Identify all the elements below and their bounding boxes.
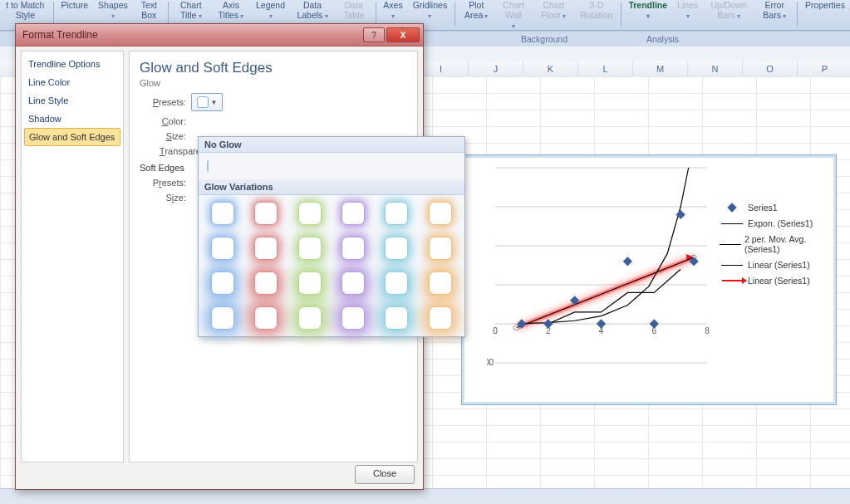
arrow-icon [722,280,742,281]
col-header[interactable]: N [688,61,743,76]
sheet-tabs[interactable] [0,488,850,504]
popup-header-variations: Glow Variations [199,179,464,195]
svg-text:8: 8 [705,326,710,335]
label-presets2: Presets: [140,178,186,188]
square-icon [197,96,209,108]
glow-variation-swatch[interactable] [385,306,408,330]
glow-variation-swatch[interactable] [298,202,322,225]
dialog-title: Format Trendline [22,29,98,41]
col-header[interactable]: O [743,61,798,76]
ribbon-cmd-datalabels[interactable]: Data Labels ▾ [290,0,335,22]
ribbon-cmd-plotarea[interactable]: Plot Area ▾ [458,0,495,22]
glow-variation-swatch[interactable] [211,202,234,225]
pane-heading: Glow and Soft Edges [140,60,407,76]
legend-linear[interactable]: Linear (Series1) [720,260,828,270]
legend-expon[interactable]: Expon. (Series1) [720,218,828,228]
ribbon-cmd-3drotation: 3-D Rotation [575,0,618,20]
dialog-nav: Trendline Options Line Color Line Style … [21,51,124,462]
nav-trendline-options[interactable]: Trendline Options [22,55,123,73]
svg-rect-19 [543,319,553,328]
nav-line-color[interactable]: Line Color [22,73,123,91]
ribbon-cmd-textbox[interactable]: Text Box [133,0,165,20]
dialog-help-button[interactable]: ? [363,27,385,42]
glow-variation-swatch[interactable] [254,306,278,330]
ribbon-cmd-matchstyle[interactable]: t to Match Style [0,0,51,20]
ribbon-cmd-chartwall: Chart Wall▾ [495,0,533,32]
glow-variation-swatch[interactable] [429,306,452,330]
col-header[interactable]: P [798,61,850,76]
ribbon-cmd-shapes[interactable]: Shapes▾ [93,0,133,22]
line-icon [721,223,743,224]
legend-mavg[interactable]: 2 per. Mov. Avg. (Series1) [720,234,828,254]
ribbon-cmd-axistitles[interactable]: Axis Titles ▾ [211,0,251,22]
ribbon-cmd-properties[interactable]: Properties [800,0,850,10]
glow-variation-swatch[interactable] [298,237,322,260]
glow-variation-swatch[interactable] [211,272,234,295]
ribbon-cmd-axes[interactable]: Axes▾ [378,0,407,22]
label-color: Color: [140,116,186,126]
glow-variation-swatch[interactable] [254,272,278,295]
glow-presets-popup: No Glow Glow Variations [198,136,465,337]
ribbon-cmd-trendline[interactable]: Trendline▾ [623,0,672,22]
glow-variation-swatch[interactable] [385,202,408,225]
svg-point-14 [514,325,519,330]
ribbon-cmd-updownbars: Up/Down Bars ▾ [703,0,754,22]
glow-variation-swatch[interactable] [211,237,234,260]
glow-variation-swatch[interactable] [341,202,365,225]
ribbon-cmd-gridlines[interactable]: Gridlines▾ [408,0,452,22]
glow-variation-swatch[interactable] [341,306,365,330]
nav-line-style[interactable]: Line Style [22,91,123,110]
col-header[interactable]: M [633,61,688,76]
legend-series1[interactable]: Series1 [720,203,828,213]
dialog-close-button[interactable]: Close [355,465,415,484]
glow-variation-swatch[interactable] [429,237,452,260]
glow-option-none[interactable] [207,160,209,172]
diamond-icon [727,203,736,212]
col-header[interactable]: J [469,61,523,76]
chart-legend[interactable]: Series1 Expon. (Series1) 2 per. Mov. Avg… [720,197,828,291]
embedded-chart[interactable]: 02468-500 Series1 Expon. (Series1) 2 per… [461,154,837,405]
nav-glow-softedges[interactable]: Glow and Soft Edges [24,128,120,146]
glow-variation-swatch[interactable] [298,306,322,330]
label-transparency: Transparen [140,146,206,156]
ribbon-cmd-lines: Lines▾ [672,0,703,22]
svg-rect-21 [597,319,606,328]
svg-text:-500: -500 [487,358,494,367]
dialog-titlebar[interactable]: Format Trendline ? X [16,24,423,46]
line-icon [721,265,743,266]
svg-text:0: 0 [493,326,498,335]
legend-linear-glow[interactable]: Linear (Series1) [720,276,828,286]
glow-variation-swatch[interactable] [341,237,365,260]
label-size2: Size: [140,193,186,203]
dialog-close-x[interactable]: X [386,27,420,42]
glow-variation-swatch[interactable] [298,272,322,295]
label-size: Size: [140,131,186,141]
ribbon-cmd-picture[interactable]: Picture [56,0,93,10]
glow-variation-swatch[interactable] [211,306,234,330]
glow-variation-swatch[interactable] [341,272,365,295]
ribbon-cmd-legend[interactable]: Legend▾ [251,0,290,22]
glow-variation-swatch[interactable] [254,237,278,260]
line-icon [720,244,741,245]
svg-line-17 [517,257,695,328]
svg-rect-22 [623,257,632,266]
chart-plot-area[interactable]: 02468-500 [487,164,711,379]
glow-variation-swatch[interactable] [385,272,408,295]
pane-sub-glow: Glow [140,78,407,88]
glow-variation-swatch[interactable] [429,202,452,225]
glow-variation-swatch[interactable] [429,272,452,295]
svg-rect-23 [650,319,659,328]
ribbon-cmd-errorbars[interactable]: Error Bars ▾ [754,0,794,22]
ribbon-cmd-charttitle[interactable]: Chart Title ▾ [171,0,211,22]
glow-variation-swatch[interactable] [254,202,278,225]
glow-preset-dropdown[interactable]: ▼ [191,93,223,111]
label-presets: Presets: [140,97,186,107]
nav-shadow[interactable]: Shadow [22,110,123,128]
popup-header-noglow: No Glow [199,137,464,153]
col-header[interactable]: L [578,61,633,76]
col-header[interactable]: K [523,61,578,76]
glow-variation-swatch[interactable] [385,237,408,260]
ribbon-cmd-chartfloor: Chart Floor ▾ [532,0,575,22]
glow-variation-grid [199,195,464,336]
